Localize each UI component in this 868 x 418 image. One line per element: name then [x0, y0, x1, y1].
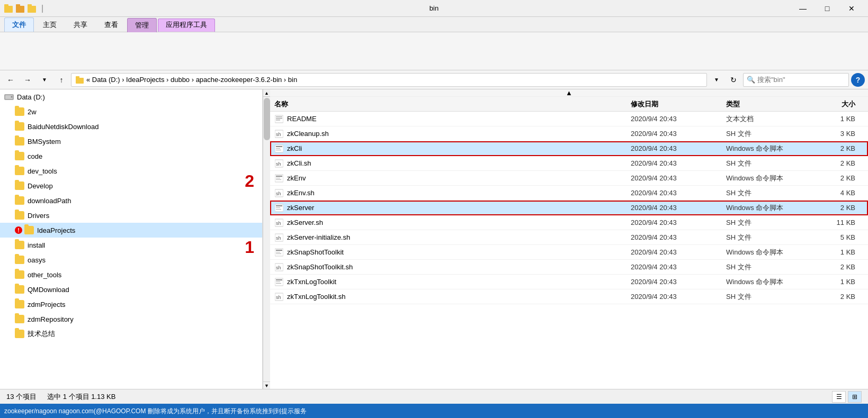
help-button[interactable]: ? [851, 73, 865, 87]
sidebar-item-zdmrepository[interactable]: zdmRepository [0, 312, 262, 326]
drive-icon [4, 93, 14, 101]
file-size: 3 KB [821, 130, 864, 138]
tab-app-tools[interactable]: 应用程序工具 [158, 19, 215, 32]
detail-view-button[interactable]: ⊞ [848, 391, 862, 403]
sidebar-item-data-drive[interactable]: Data (D:) [0, 89, 262, 104]
search-box[interactable]: 🔍 [743, 73, 849, 87]
folder-label-bmsystem: BMSystem [28, 138, 61, 146]
dropdown-path-button[interactable]: ▼ [709, 72, 724, 87]
dropdown-button[interactable]: ▼ [37, 72, 52, 87]
file-row[interactable]: shzkSnapShotToolkit.sh2020/9/4 20:43SH 文… [270, 260, 868, 275]
file-date: 2020/9/4 20:43 [631, 159, 726, 167]
up-button[interactable]: ↑ [54, 72, 69, 87]
tab-share[interactable]: 共享 [66, 17, 95, 32]
sidebar-item-downloadpath[interactable]: downloadPath [0, 193, 262, 208]
title-bar: | bin — □ ✕ [0, 0, 868, 17]
sidebar-scrollbar[interactable]: ▲ ▼ [263, 89, 270, 389]
file-type: Windows 命令脚本 [726, 248, 821, 257]
app-icon-3 [28, 4, 37, 13]
svg-text:sh: sh [276, 191, 281, 196]
ribbon-content [0, 32, 868, 70]
file-list: README2020/9/4 20:43文本文档1 KBshzkCleanup.… [270, 112, 868, 389]
file-type: Windows 命令脚本 [726, 174, 821, 183]
file-name: README [287, 115, 631, 123]
minimize-button[interactable]: — [791, 0, 815, 17]
sidebar-item-dev-tools[interactable]: dev_tools [0, 163, 262, 178]
sidebar-item-oasys[interactable]: oasys [0, 252, 262, 267]
sidebar-item-qmdownload[interactable]: QMDownload [0, 282, 262, 297]
file-row[interactable]: zkServer2020/9/4 20:43Windows 命令脚本2 KB [270, 201, 868, 215]
svg-rect-30 [276, 205, 282, 206]
sidebar-item-develop[interactable]: Develop [0, 178, 262, 193]
file-size: 2 KB [821, 144, 864, 152]
file-type: SH 文件 [726, 218, 821, 228]
svg-rect-20 [276, 150, 281, 150]
col-header-size[interactable]: 大小 [821, 99, 864, 109]
folder-label-dev-tools: dev_tools [28, 167, 57, 175]
svg-rect-12 [276, 116, 282, 117]
file-date: 2020/9/4 20:43 [631, 219, 726, 226]
svg-rect-0 [4, 6, 13, 13]
svg-rect-4 [28, 6, 36, 13]
sidebar: Data (D:) 2w BaiduNetdiskDownload BMSyst… [0, 89, 263, 389]
list-view-button[interactable]: ☰ [832, 391, 846, 403]
file-row[interactable]: shzkCli.sh2020/9/4 20:43SH 文件2 KB [270, 156, 868, 171]
sidebar-item-code[interactable]: code [0, 149, 262, 163]
file-size: 11 KB [821, 219, 864, 226]
sidebar-item-tech[interactable]: 技术总结 [0, 326, 262, 341]
maximize-button[interactable]: □ [815, 0, 839, 17]
file-row[interactable]: shzkCleanup.sh2020/9/4 20:43SH 文件3 KB [270, 126, 868, 141]
close-button[interactable]: ✕ [839, 0, 864, 17]
sidebar-item-2w[interactable]: 2w [0, 104, 262, 119]
sidebar-item-drivers[interactable]: Drivers [0, 208, 262, 223]
folder-label-baidu: BaiduNetdiskDownload [28, 123, 99, 131]
sidebar-item-baidu[interactable]: BaiduNetdiskDownload [0, 119, 262, 134]
file-row[interactable]: README2020/9/4 20:43文本文档1 KB [270, 112, 868, 126]
file-row[interactable]: zkSnapShotToolkit2020/9/4 20:43Windows 命… [270, 245, 868, 260]
col-header-type[interactable]: 类型 [726, 99, 821, 109]
scrollbar-up-arrow[interactable]: ▲ [263, 89, 270, 97]
file-type-icon [274, 277, 284, 287]
title-bar-controls: — □ ✕ [791, 0, 864, 17]
file-list-header: 名称 修改日期 类型 大小 [270, 97, 868, 112]
sidebar-item-install[interactable]: install [0, 238, 262, 252]
tab-view[interactable]: 查看 [96, 17, 126, 32]
refresh-button[interactable]: ↻ [726, 72, 741, 87]
file-name: zkCli [287, 144, 631, 152]
sidebar-item-zdmprojects[interactable]: zdmProjects [0, 297, 262, 312]
file-type: Windows 命令脚本 [726, 277, 821, 287]
sidebar-item-bmsystem[interactable]: BMSystem [0, 134, 262, 149]
file-scroll-up-arrow[interactable]: ▲ [270, 89, 868, 97]
scrollbar-down-arrow[interactable]: ▼ [263, 381, 270, 389]
tab-file[interactable]: 文件 [4, 17, 34, 32]
col-header-date[interactable]: 修改日期 [631, 99, 726, 109]
back-button[interactable]: ← [3, 72, 18, 87]
svg-rect-26 [276, 179, 281, 180]
tab-manage[interactable]: 管理 [127, 18, 157, 32]
file-size: 2 KB [821, 204, 864, 212]
address-path[interactable]: « Data (D:) › IdeaProjects › dubbo › apa… [71, 73, 707, 87]
drive-label: Data (D:) [17, 93, 45, 101]
file-row[interactable]: zkEnv2020/9/4 20:43Windows 命令脚本2 KB [270, 171, 868, 186]
file-row[interactable]: shzkServer.sh2020/9/4 20:43SH 文件11 KB [270, 215, 868, 230]
search-input[interactable] [757, 76, 846, 84]
bottom-bar: zookeeper/nagoon nagoon.com(@HAGOOP.COM … [0, 404, 868, 418]
tab-home[interactable]: 主页 [35, 17, 65, 32]
folder-icon-code [15, 152, 24, 160]
file-row[interactable]: zkCli2020/9/4 20:43Windows 命令脚本2 KB [270, 141, 868, 156]
app-icon-1 [4, 4, 14, 13]
file-date: 2020/9/4 20:43 [631, 115, 726, 123]
sidebar-item-other-tools[interactable]: other_tools [0, 267, 262, 282]
file-row[interactable]: shzkTxnLogToolkit.sh2020/9/4 20:43SH 文件2… [270, 289, 868, 304]
forward-button[interactable]: → [20, 72, 35, 87]
file-name: zkCli.sh [287, 159, 631, 167]
file-row[interactable]: shzkServer-initialize.sh2020/9/4 20:43SH… [270, 230, 868, 245]
scrollbar-thumb[interactable] [264, 98, 270, 140]
sidebar-item-ideaprojects[interactable]: ! IdeaProjects [0, 223, 262, 238]
col-header-name[interactable]: 名称 [274, 99, 631, 109]
file-row[interactable]: shzkEnv.sh2020/9/4 20:43SH 文件4 KB [270, 186, 868, 201]
file-area: ▲ 名称 修改日期 类型 大小 README2020/9/4 20:43文本文档… [270, 89, 868, 389]
file-row[interactable]: zkTxnLogToolkit2020/9/4 20:43Windows 命令脚… [270, 275, 868, 289]
file-name: zkCleanup.sh [287, 130, 631, 138]
file-size: 1 KB [821, 115, 864, 123]
